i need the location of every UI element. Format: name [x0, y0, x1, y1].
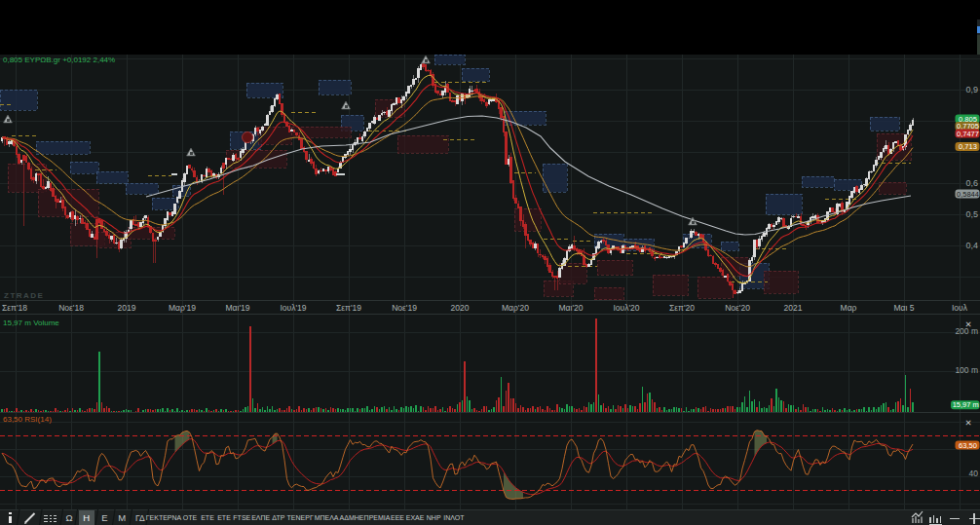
- svg-text:ΝΗΡ: ΝΗΡ: [427, 514, 441, 521]
- svg-text:2020: 2020: [451, 303, 470, 313]
- svg-text:Νοε'20: Νοε'20: [725, 303, 750, 313]
- svg-text:40: 40: [969, 469, 979, 478]
- svg-text:ΟΤΕ: ΟΤΕ: [183, 514, 198, 521]
- svg-text:0,7477: 0,7477: [957, 130, 979, 138]
- svg-text:Ιουλ'20: Ιουλ'20: [613, 303, 639, 313]
- svg-text:Σεπ'18: Σεπ'18: [2, 303, 27, 313]
- svg-text:Σεπ'20: Σεπ'20: [669, 303, 695, 313]
- svg-text:ΙΝΛΟΤ: ΙΝΛΟΤ: [443, 514, 465, 521]
- svg-text:Μαι'20: Μαι'20: [559, 303, 584, 313]
- svg-text:✕: ✕: [964, 418, 971, 428]
- svg-text:Μαρ'19: Μαρ'19: [169, 303, 196, 313]
- svg-text:ΕΛΠΕ: ΕΛΠΕ: [251, 514, 270, 521]
- svg-text:Νοε'19: Νοε'19: [392, 303, 417, 313]
- svg-text:ΑΔΜΗΕ: ΑΔΜΗΕ: [340, 514, 364, 521]
- svg-text:15,97 m Volume: 15,97 m Volume: [3, 319, 59, 327]
- svg-text:0,5: 0,5: [965, 209, 978, 219]
- svg-text:0,5844: 0,5844: [957, 190, 979, 199]
- svg-text:63,50 RSI(14): 63,50 RSI(14): [3, 415, 52, 424]
- svg-text:FTSE: FTSE: [233, 514, 250, 521]
- svg-text:ΓΔ: ΓΔ: [135, 513, 145, 523]
- svg-text:ΜΠΕΛΑ: ΜΠΕΛΑ: [315, 514, 339, 521]
- svg-text:Ω: Ω: [65, 512, 72, 523]
- svg-text:ΕΕΕ: ΕΕΕ: [391, 514, 404, 521]
- svg-text:Μαρ: Μαρ: [841, 303, 857, 313]
- svg-text:63,50: 63,50: [959, 441, 977, 450]
- svg-text:ΠΡΕΜΙΑ: ΠΡΕΜΙΑ: [364, 514, 391, 521]
- svg-text:0,4: 0,4: [965, 241, 978, 250]
- svg-text:Μαι'19: Μαι'19: [226, 303, 250, 313]
- svg-text:Μαρ'20: Μαρ'20: [502, 303, 529, 313]
- svg-text:ZTRADE: ZTRADE: [4, 291, 44, 300]
- svg-text:0,9: 0,9: [965, 85, 978, 94]
- svg-text:ΕΤΕ: ΕΤΕ: [201, 514, 214, 521]
- svg-text:E: E: [101, 512, 107, 523]
- svg-text:✕: ✕: [964, 319, 971, 329]
- svg-text:H: H: [83, 512, 90, 523]
- svg-text:Ιουλ: Ιουλ: [952, 303, 968, 313]
- svg-text:0,713: 0,713: [959, 142, 977, 151]
- svg-text:ΕΧΑΕ: ΕΧΑΕ: [406, 514, 425, 521]
- svg-text:ΓΕΚΤΕΡΝΑ: ΓΕΚΤΕΡΝΑ: [146, 514, 182, 521]
- svg-text:15,97 m: 15,97 m: [953, 400, 979, 409]
- svg-text:0,6: 0,6: [965, 178, 978, 188]
- svg-text:ΤΕΝΕΡΓ: ΤΕΝΕΡΓ: [287, 514, 314, 521]
- svg-text:Νοε'18: Νοε'18: [58, 303, 84, 313]
- svg-text:ΔΤΡ: ΔΤΡ: [272, 514, 285, 521]
- svg-text:Μαι 5: Μαι 5: [894, 303, 915, 313]
- svg-text:ΕΤΕ: ΕΤΕ: [217, 514, 231, 521]
- svg-text:0,805 ΕΥΡΩΒ.gr +0,0192 2,44%: 0,805 ΕΥΡΩΒ.gr +0,0192 2,44%: [3, 56, 115, 64]
- svg-text:2019: 2019: [118, 303, 136, 313]
- svg-text:100 m: 100 m: [955, 365, 978, 375]
- svg-text:2021: 2021: [784, 303, 803, 313]
- svg-text:Ιουλ'19: Ιουλ'19: [280, 303, 306, 313]
- svg-text:Σεπ'19: Σεπ'19: [336, 303, 361, 313]
- svg-text:M: M: [118, 512, 126, 523]
